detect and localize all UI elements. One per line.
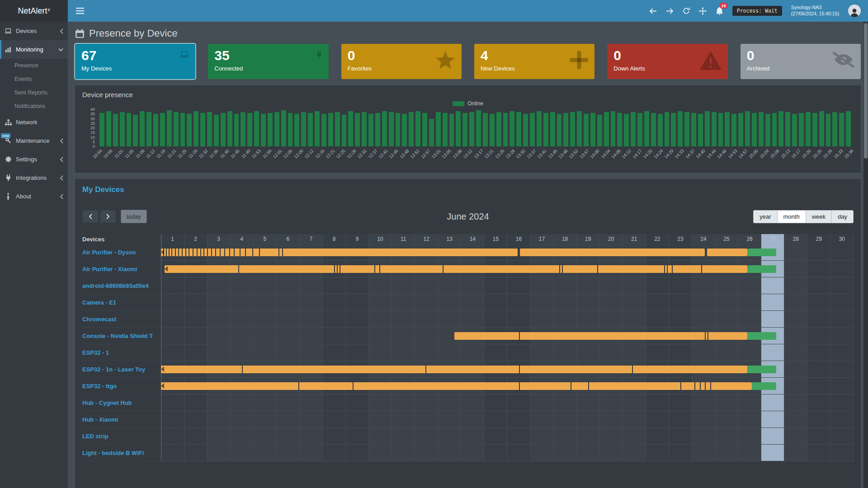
- stat-card-connected[interactable]: 35Connected: [208, 44, 328, 79]
- wrench-icon: [5, 137, 12, 144]
- stat-card-down-alerts[interactable]: 0Down Alerts: [607, 44, 727, 79]
- sidebar-subitem-events[interactable]: Events: [0, 72, 68, 86]
- presence-online-past-bar[interactable]: [165, 265, 747, 273]
- device-name-link[interactable]: ESP32 - 1n - Laser Toy: [82, 361, 161, 378]
- sidebar-item-maintenance[interactable]: newMaintenance: [0, 131, 68, 150]
- stat-card-archived[interactable]: 0Archived: [741, 44, 861, 79]
- sidebar-subitem-notifications[interactable]: Notifications: [0, 99, 68, 113]
- presence-chart-bar: [133, 115, 138, 146]
- sidebar-item-settings[interactable]: Settings: [0, 150, 68, 169]
- presence-online-past-bar[interactable]: [707, 249, 747, 256]
- x-tick-label: 11:56: [261, 148, 272, 159]
- device-name-link[interactable]: Hub - Xiaomi: [82, 411, 161, 428]
- device-name-link[interactable]: Air Purifier - Dyson: [82, 244, 161, 261]
- presence-online-past-bar[interactable]: [161, 249, 518, 256]
- nav-back-icon[interactable]: [649, 8, 657, 14]
- device-name-link[interactable]: Camera - E1: [82, 294, 161, 311]
- x-tick-label: 11:05: [124, 148, 135, 159]
- presence-chart-bar: [590, 113, 595, 146]
- device-name-link[interactable]: Chromecast: [82, 311, 161, 328]
- device-name-link[interactable]: Air Purifier - Xiaomi: [82, 261, 161, 277]
- device-name-link[interactable]: ESP32 - 1: [82, 344, 161, 361]
- plug-icon: [316, 51, 322, 58]
- presence-chart-bar: [308, 113, 313, 146]
- presence-online-now-bar[interactable]: [747, 265, 776, 273]
- continues-before-arrow: [161, 383, 164, 389]
- presence-chart-bar: [738, 113, 743, 146]
- offline-tick: [245, 249, 246, 256]
- sidebar-item-about[interactable]: About: [0, 187, 68, 206]
- presence-online-now-bar[interactable]: [752, 382, 776, 390]
- day-header: 22: [646, 236, 669, 242]
- x-tick-label: 14:33: [674, 148, 685, 160]
- stat-card-my-devices[interactable]: 67My Devices: [75, 44, 195, 79]
- sidebar-item-devices[interactable]: Devices: [0, 22, 68, 40]
- stat-card-label: Connected: [214, 65, 322, 72]
- presence-online-now-bar[interactable]: [747, 366, 776, 373]
- presence-online-now-bar[interactable]: [747, 249, 776, 256]
- offline-tick: [340, 265, 340, 273]
- presence-online-past-bar[interactable]: [520, 249, 705, 256]
- stat-card-favorites[interactable]: 0Favorites: [341, 44, 462, 79]
- sidebar-item-network[interactable]: Network: [0, 113, 68, 131]
- presence-chart-bar: [557, 114, 562, 146]
- presence-online-past-bar[interactable]: [161, 366, 747, 373]
- view-button-day[interactable]: day: [831, 210, 854, 223]
- x-tick-label: 11:29: [187, 148, 198, 159]
- day-header: 17: [530, 236, 553, 242]
- device-name-link[interactable]: ESP32 - ttgo: [82, 378, 161, 394]
- prev-month-button[interactable]: [82, 210, 99, 223]
- info-icon: [5, 193, 12, 200]
- chevron-left-icon: [60, 138, 63, 144]
- offline-tick: [672, 265, 673, 273]
- presence-online-past-bar[interactable]: [454, 332, 748, 340]
- sidebar-item-monitoring[interactable]: Monitoring: [0, 40, 68, 59]
- device-name-link[interactable]: android-68608b93a00e4: [82, 277, 161, 294]
- presence-chart-bar: [846, 111, 851, 146]
- presence-chart-bar: [241, 112, 245, 146]
- presence-chart-bar: [644, 111, 649, 146]
- refresh-icon[interactable]: [683, 7, 690, 14]
- presence-chart-bar: [153, 114, 158, 146]
- presence-chart-bar: [160, 113, 165, 146]
- device-name-link[interactable]: LED strip: [82, 428, 161, 445]
- x-tick-label: 13:05: [441, 148, 453, 160]
- app-logo[interactable]: NetAlertx: [0, 0, 68, 22]
- sidebar-subitem-presence[interactable]: Presence: [0, 59, 68, 72]
- stat-card-new-devices[interactable]: 4New Devices: [474, 44, 594, 79]
- avatar[interactable]: [848, 5, 861, 17]
- menu-toggle-icon[interactable]: [76, 8, 84, 14]
- next-month-button[interactable]: [100, 210, 116, 223]
- notifications-button[interactable]: 15: [716, 7, 723, 15]
- x-tick-label: 12:21: [325, 148, 336, 160]
- presence-chart-bar: [550, 112, 555, 146]
- offline-tick: [379, 265, 380, 273]
- nav-forward-icon[interactable]: [666, 8, 674, 14]
- presence-chart-bar: [839, 113, 844, 146]
- view-button-week[interactable]: week: [806, 210, 831, 223]
- device-name-link[interactable]: Light - bedside B WiFi: [82, 445, 161, 461]
- device-timeline: [161, 294, 854, 311]
- presence-chart-bar: [174, 112, 179, 146]
- scrollbar-thumb[interactable]: [864, 23, 868, 159]
- offline-tick: [680, 382, 681, 390]
- day-header: 12: [415, 236, 438, 242]
- today-button[interactable]: today: [121, 210, 147, 223]
- move-icon[interactable]: [699, 7, 707, 15]
- sidebar-item-integrations[interactable]: Integrations: [0, 169, 68, 187]
- presence-online-now-bar[interactable]: [747, 332, 776, 340]
- view-button-year[interactable]: year: [753, 210, 777, 223]
- presence-chart-bar: [315, 111, 320, 146]
- view-button-month[interactable]: month: [777, 210, 806, 223]
- sidebar-subitem-sent-reports[interactable]: Sent Reports: [0, 86, 68, 99]
- device-name-link[interactable]: Console - Nvidia Shield T: [82, 328, 161, 344]
- device-name-link[interactable]: Hub - Cygnet Hub: [82, 394, 161, 411]
- process-status[interactable]: Process: Wait: [732, 6, 782, 16]
- presence-chart-bar: [449, 114, 454, 146]
- topbar: NetAlertx 15 Process: Wait Synology-NAS …: [0, 0, 868, 22]
- x-tick-label: 13:25: [494, 148, 505, 160]
- chart-y-axis: 0510152025303540: [84, 109, 97, 146]
- presence-online-past-bar[interactable]: [161, 382, 752, 390]
- x-tick-label: 15:13: [780, 148, 791, 160]
- presence-chart-bar: [785, 112, 790, 146]
